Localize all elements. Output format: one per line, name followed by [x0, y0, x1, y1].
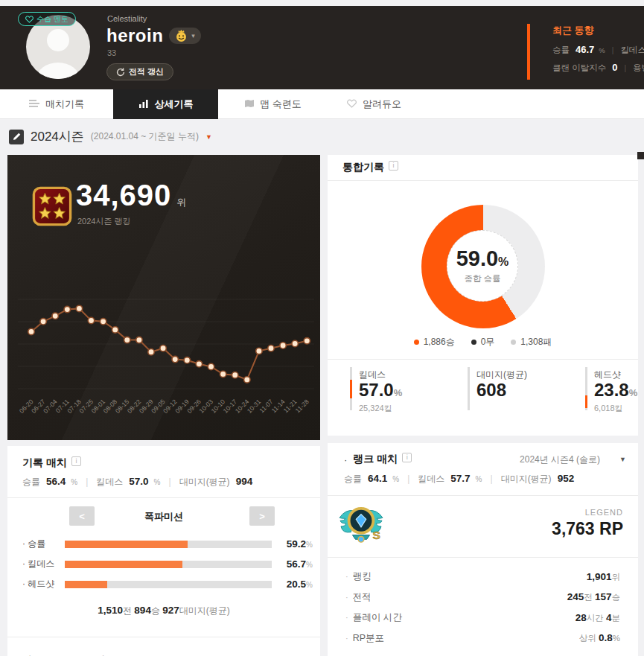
- legend-dot-icon: [414, 340, 419, 345]
- donut-legend: 1,886승0무1,308패: [328, 336, 638, 348]
- ranked-match-title: 랭크 매치: [353, 453, 398, 466]
- most-played-mode-title: 가장 많이 플레이한 모드: [7, 637, 320, 656]
- trend-line-svg: 06-2006-2707-0407-1107-1807-2508-0108-08…: [7, 283, 320, 436]
- clan-name[interactable]: Celestiality: [107, 14, 147, 23]
- stat-content: 킬데스57.0%25,324킬: [359, 367, 402, 414]
- tab-label: 상세기록: [155, 98, 194, 111]
- value-part: 전: [123, 605, 134, 616]
- refresh-button[interactable]: 전적 갱신: [106, 63, 173, 80]
- detail-label: ·RP분포: [345, 632, 384, 645]
- value-part: 대미지(평균): [179, 605, 230, 616]
- legend-label: 1,886승: [424, 336, 455, 348]
- tier-name: LEGEND: [552, 508, 623, 517]
- bullet: ·: [345, 593, 348, 602]
- chevron-down-icon: ▾: [191, 32, 195, 39]
- tab-알려듀오[interactable]: 알려듀오: [328, 89, 421, 119]
- stat-number: 57.0: [359, 380, 394, 400]
- value-part: 분: [612, 614, 621, 622]
- list-icon: [29, 99, 39, 110]
- bar-number: 56.7: [287, 558, 306, 570]
- season-caret-icon: ▼: [205, 133, 212, 141]
- overall-stat: 킬데스57.0%25,324킬: [350, 367, 468, 414]
- cutoff-panel-sliver: [637, 152, 644, 159]
- legend-tier-emblem-icon: S: [338, 505, 384, 548]
- stat-label: 헤드샷: [594, 369, 621, 380]
- season-ranking-panel: 34,690 위 2024시즌 랭킹 06-2006-2707-0407-110…: [7, 155, 320, 440]
- mentor-badge[interactable]: 수습 멘토: [18, 12, 76, 26]
- stat-label: 킬데스: [620, 45, 644, 56]
- stat-label: 킬데스: [418, 473, 444, 485]
- ranked-season-select[interactable]: 2024년 시즌4 (솔로) ▼: [520, 453, 626, 466]
- season-selector[interactable]: 2024시즌 (2024.01.04 ~ 기준일 누적) ▼: [9, 128, 212, 145]
- season-rank: 34,690 위: [76, 179, 186, 212]
- emoji-selector[interactable]: ▾: [169, 28, 201, 44]
- chevron-down-icon: ▼: [619, 456, 626, 463]
- bullet: ·: [345, 634, 348, 643]
- legend-dot-icon: [471, 340, 476, 345]
- stat-unit: %: [392, 475, 399, 483]
- heart-icon: [347, 99, 357, 110]
- detail-row: ·RP분포상위 0.8%: [328, 628, 638, 649]
- stat-value: 23.8%: [594, 381, 637, 399]
- stat-value: 57.0: [129, 476, 148, 487]
- tab-매치기록[interactable]: 매치기록: [0, 89, 113, 119]
- info-icon[interactable]: [71, 456, 81, 466]
- stat-value: 57.7: [450, 473, 470, 484]
- tab-label: 매치기록: [45, 98, 84, 111]
- tab-맵 숙련도[interactable]: 맵 숙련도: [218, 89, 328, 119]
- stat-sub: 25,324킬: [359, 403, 402, 414]
- mode-stat-bars: · 승률59.2%· 킬데스56.7%· 헤드샷20.5%: [7, 532, 320, 596]
- tab-bar: 매치기록상세기록맵 숙련도알려듀오: [0, 89, 644, 119]
- stat-unit: %: [71, 478, 77, 486]
- ranked-match-panel: · 랭크 매치 2024년 시즌4 (솔로) ▼ 승률64.1%|킬데스57.7…: [328, 443, 638, 656]
- stat-value: 56.4: [46, 476, 66, 487]
- stat-label: 승률: [344, 473, 362, 485]
- bar-row: · 승률59.2%: [7, 534, 320, 554]
- tier-row: S LEGEND 3,763 RP: [328, 496, 638, 557]
- stat-label: 승률: [552, 45, 570, 56]
- stat-accent-bar: [468, 367, 470, 410]
- bar-row: · 킬데스56.7%: [7, 554, 320, 574]
- value-part: %: [613, 634, 620, 643]
- overall-stat: 헤드샷23.8%6,018킬: [585, 367, 637, 414]
- bar-label: · 킬데스: [22, 558, 65, 570]
- value-part: 승: [612, 593, 621, 602]
- legend-item: 0무: [471, 336, 495, 348]
- bar-track: [65, 541, 272, 548]
- value-part: 시간: [587, 614, 606, 622]
- bar-row: · 헤드샷20.5%: [7, 574, 320, 594]
- info-icon[interactable]: [389, 161, 398, 171]
- record-match-title: 기록 매치: [22, 456, 67, 470]
- stat-unit: %: [154, 478, 161, 486]
- next-mode-button[interactable]: >: [249, 506, 275, 526]
- bar-track: [65, 581, 272, 588]
- svg-text:S: S: [372, 529, 380, 541]
- refresh-button-label: 전적 갱신: [129, 66, 164, 77]
- stat-label: 용병 이탈: [633, 63, 644, 74]
- map-icon: [244, 99, 254, 110]
- record-match-panel: 기록 매치 승률56.4%|킬데스57.0%|대미지(평균)994 < 폭파미션…: [7, 446, 320, 656]
- bar-unit: %: [306, 581, 313, 589]
- tab-label: 맵 숙련도: [260, 98, 302, 111]
- stat-label: 킬데스: [96, 476, 123, 488]
- stat-label: 클랜 이탈지수: [552, 63, 606, 74]
- stat-accent-bar: [585, 367, 587, 410]
- tab-상세기록[interactable]: 상세기록: [113, 89, 218, 119]
- detail-label-text: 플레이 시간: [353, 612, 402, 622]
- value-part: 승: [151, 605, 162, 616]
- value-part: 1,510: [98, 605, 123, 616]
- mentor-badge-label: 수습 멘토: [36, 14, 68, 25]
- separator: |: [624, 64, 626, 72]
- value-part: 상위: [579, 634, 599, 643]
- separator: |: [86, 477, 88, 487]
- detail-label: ·전적: [345, 591, 372, 604]
- bar-value: 56.7%: [272, 558, 313, 570]
- stat-accent-bar: [350, 367, 352, 410]
- separator: |: [407, 474, 409, 484]
- info-icon[interactable]: [402, 453, 412, 462]
- stat-value: 46.7: [576, 44, 594, 55]
- detail-row: ·랭킹1,901위: [328, 567, 638, 587]
- separator: |: [169, 477, 171, 487]
- bar-number: 20.5: [287, 579, 306, 590]
- player-name: heroin: [106, 25, 163, 46]
